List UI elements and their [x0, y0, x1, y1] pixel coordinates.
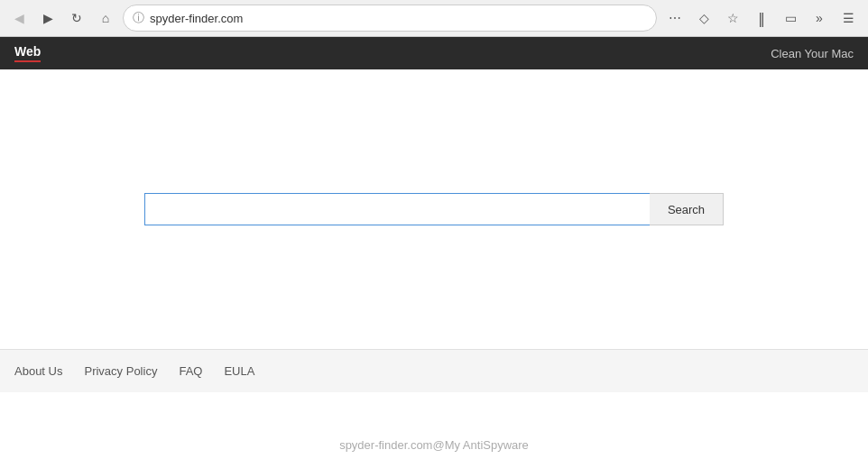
library-button[interactable]: ‖ — [749, 5, 774, 31]
site-nav-clean-mac-link[interactable]: Clean Your Mac — [771, 47, 854, 60]
back-icon: ◀ — [14, 11, 24, 25]
watermark-text: spyder-finder.com@My AntiSpyware — [339, 438, 529, 452]
pocket-button[interactable]: ◇ — [691, 5, 716, 31]
bookmark-icon: ☆ — [727, 11, 739, 25]
search-input[interactable] — [144, 193, 650, 225]
more-options-icon: ⋯ — [669, 11, 681, 25]
address-bar-container: ⓘ — [123, 5, 657, 32]
eula-link[interactable]: EULA — [224, 364, 254, 378]
main-content: Search — [0, 69, 868, 349]
sync-button[interactable]: ▭ — [778, 5, 803, 31]
privacy-policy-link[interactable]: Privacy Policy — [84, 364, 157, 378]
browser-toolbar: ◀ ▶ ↻ ⌂ ⓘ ⋯ ◇ — [0, 0, 868, 36]
site-nav: Web Clean Your Mac — [0, 37, 868, 69]
home-icon: ⌂ — [102, 11, 109, 25]
extensions-button[interactable]: » — [807, 5, 832, 31]
reload-icon: ↻ — [71, 11, 82, 25]
menu-button[interactable]: ☰ — [836, 5, 861, 31]
footer-links: About Us Privacy Policy FAQ EULA — [0, 349, 868, 392]
reload-button[interactable]: ↻ — [65, 6, 88, 30]
forward-icon: ▶ — [43, 11, 53, 25]
hamburger-icon: ☰ — [843, 11, 854, 25]
toolbar-right: ⋯ ◇ ☆ ‖ ▭ » ☰ — [662, 5, 861, 31]
about-us-link[interactable]: About Us — [14, 364, 62, 378]
bookmark-button[interactable]: ☆ — [720, 5, 745, 31]
pocket-icon: ◇ — [699, 11, 709, 25]
search-button[interactable]: Search — [650, 193, 724, 225]
faq-link[interactable]: FAQ — [179, 364, 202, 378]
browser-chrome: ◀ ▶ ↻ ⌂ ⓘ ⋯ ◇ — [0, 0, 868, 37]
info-icon: ⓘ — [133, 10, 144, 26]
more-options-button[interactable]: ⋯ — [662, 5, 688, 31]
bottom-area: spyder-finder.com@My AntiSpyware — [0, 392, 868, 459]
search-box-container: Search — [144, 193, 724, 225]
home-button[interactable]: ⌂ — [94, 6, 117, 30]
address-bar[interactable] — [150, 12, 647, 25]
library-icon: ‖ — [758, 10, 765, 27]
back-button[interactable]: ◀ — [7, 6, 31, 30]
forward-button[interactable]: ▶ — [36, 6, 60, 30]
sync-icon: ▭ — [785, 11, 797, 25]
site-nav-web-label[interactable]: Web — [14, 44, 41, 62]
extensions-icon: » — [816, 11, 823, 25]
page-wrapper: ◀ ▶ ↻ ⌂ ⓘ ⋯ ◇ — [0, 0, 868, 459]
